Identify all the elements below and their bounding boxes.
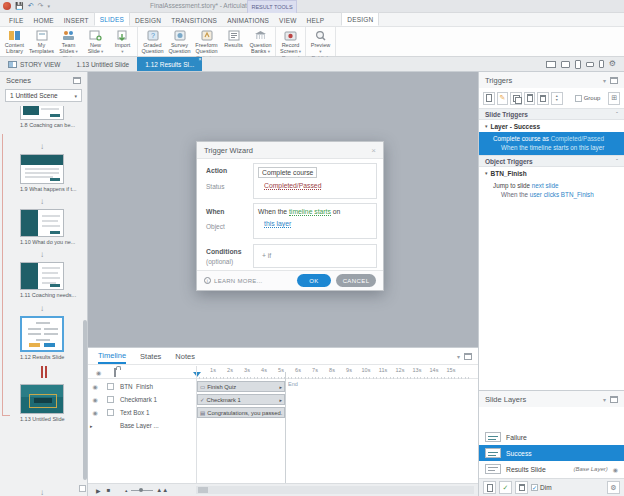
ribbon-tab-result-tools-design[interactable]: DESIGN [341, 12, 379, 26]
user-clicks-link[interactable]: user clicks [530, 191, 559, 198]
paste-trigger-button[interactable] [524, 92, 536, 105]
ribbon-tab-transitions[interactable]: TRANSITIONS [166, 14, 222, 26]
status-value-link[interactable]: Completed/Passed [264, 182, 321, 190]
timeline-object-bar[interactable]: ▭ Finish Quiz ▸ [197, 381, 285, 392]
close-tab-icon[interactable]: × [198, 57, 201, 62]
learn-more-link[interactable]: i LEARN MORE... [204, 277, 263, 284]
copy-trigger-button[interactable] [510, 92, 522, 105]
dialog-close-icon[interactable]: × [371, 146, 376, 155]
record-screen-button[interactable]: RecordScreen ▾ [277, 28, 304, 54]
timeline-zoom-control[interactable]: ▲ ▲▲ [124, 487, 168, 493]
layer-visibility-eye-icon[interactable]: ◉ [613, 466, 618, 473]
btn-finish-group-row[interactable]: ▾ BTN_Finish [479, 167, 624, 179]
desktop-preview-icon[interactable] [546, 61, 556, 68]
scene-selector-dropdown[interactable]: 1 Untitled Scene ▾ [5, 89, 82, 102]
timeline-row-text-box[interactable]: ◉ Text Box 1 ▤ Congratulations, you pass… [88, 406, 478, 419]
row-lock-checkbox[interactable] [107, 409, 114, 416]
trigger-jump-to-slide[interactable]: Jump to slide next slide When the user c… [479, 182, 624, 198]
layer-row-failure[interactable]: Failure [479, 429, 624, 445]
when-event-link[interactable]: timeline starts [289, 208, 331, 216]
freeform-question-button[interactable]: FreeformQuestion [193, 28, 220, 54]
import-button[interactable]: Import▾ [109, 28, 136, 54]
timeline-row-checkmark[interactable]: ◉ Checkmark 1 ✓ Checkmark 1 ▸ [88, 393, 478, 406]
tab-states[interactable]: States [140, 349, 161, 363]
tab-slide-1-12[interactable]: 1.12 Results Sl... × [137, 57, 202, 71]
quick-access-dropdown-icon[interactable]: ▾ [47, 2, 50, 10]
tab-slide-1-13[interactable]: 1.13 Untitled Slide [68, 57, 137, 71]
scrollbar-thumb[interactable] [198, 487, 208, 493]
redo-icon[interactable]: ↷ [38, 2, 44, 10]
preview-button[interactable]: Preview▾ [307, 28, 334, 54]
layer-settings-gear-icon[interactable]: ⚙ [607, 481, 620, 494]
ribbon-tab-file[interactable]: FILE [4, 14, 29, 26]
scenes-scrollbar[interactable] [83, 320, 87, 480]
tab-notes[interactable]: Notes [175, 349, 195, 363]
survey-question-button[interactable]: SurveyQuestion [166, 28, 193, 54]
group-checkbox[interactable] [575, 95, 582, 102]
layer-row-results-slide[interactable]: Results Slide (Base Layer) ◉ [479, 461, 624, 477]
chevron-down-icon[interactable]: ▾ [603, 396, 606, 403]
ribbon-tab-view[interactable]: VIEW [274, 14, 301, 26]
timeline-row-btn-finish[interactable]: ◉ BTN_Finish ▭ Finish Quiz ▸ [88, 380, 478, 393]
timeline-horizontal-scrollbar[interactable] [196, 486, 474, 494]
tablet-portrait-preview-icon[interactable] [575, 60, 581, 69]
row-lock-checkbox[interactable] [107, 383, 114, 390]
graded-question-button[interactable]: ? GradedQuestion [139, 28, 166, 54]
action-value-dropdown[interactable]: Complete course [258, 167, 317, 178]
slide-thumbnail-1-8[interactable]: 1.8 Coaching can be... [20, 106, 64, 128]
panel-collapse-icon[interactable] [610, 396, 618, 403]
tablet-landscape-preview-icon[interactable] [561, 61, 570, 68]
timeline-object-bar[interactable]: ✓ Checkmark 1 ▸ [197, 394, 285, 405]
timeline-object-bar[interactable]: ▤ Congratulations, you passed. ▸ [197, 407, 285, 418]
ribbon-tab-insert[interactable]: INSERT [59, 14, 94, 26]
chevron-down-icon[interactable]: ▾ [457, 353, 460, 360]
new-trigger-button[interactable] [483, 92, 495, 105]
undo-icon[interactable]: ↶ [28, 2, 34, 10]
row-eye-icon[interactable]: ◉ [88, 396, 102, 403]
cancel-button[interactable]: CANCEL [336, 274, 376, 287]
zoom-in-icon[interactable]: ▲▲ [156, 487, 168, 493]
duplicate-layer-button[interactable]: ✓ [499, 481, 512, 494]
bar-resize-handle-icon[interactable]: ▸ [279, 397, 282, 403]
bar-resize-handle-icon[interactable]: ▸ [279, 384, 282, 390]
bar-resize-handle-icon[interactable]: ▸ [284, 410, 285, 416]
panel-collapse-icon[interactable] [610, 77, 618, 84]
object-triggers-section-header[interactable]: Object Triggers ˆ [479, 155, 624, 167]
ribbon-tab-home[interactable]: HOME [29, 14, 59, 26]
slide-triggers-section-header[interactable]: Slide Triggers ˆ [479, 108, 624, 120]
slide-thumbnail-1-10[interactable]: 1.10 What do you ne... [20, 209, 64, 245]
trigger-wizard-view-button[interactable]: ⊞ [608, 92, 620, 105]
tab-timeline[interactable]: Timeline [98, 348, 126, 364]
row-lock-checkbox[interactable] [107, 396, 114, 403]
tab-story-view[interactable]: STORY VIEW [0, 57, 68, 71]
scenes-scroll-corner[interactable] [79, 485, 86, 492]
panel-collapse-icon[interactable] [464, 353, 472, 360]
play-icon[interactable]: ▶ [96, 487, 101, 494]
add-condition-link[interactable]: + if [262, 252, 271, 259]
dim-toggle[interactable]: ✓ Dim [531, 484, 552, 491]
new-layer-button[interactable] [483, 481, 496, 494]
slide-thumbnail-1-11[interactable]: 1.11 Coaching needs... [20, 262, 64, 298]
slide-thumbnail-1-12-selected[interactable]: 1.12 Results Slide [20, 316, 64, 360]
stop-icon[interactable]: ■ [107, 487, 111, 493]
panel-collapse-icon[interactable] [73, 77, 81, 84]
dim-checkbox[interactable]: ✓ [531, 484, 538, 491]
layer-row-success-selected[interactable]: Success [479, 445, 624, 461]
save-icon[interactable]: 💾 [15, 2, 24, 10]
reorder-trigger-button[interactable]: ▴▾ [551, 92, 563, 105]
new-slide-button[interactable]: NewSlide ▾ [82, 28, 109, 54]
slide-thumbnail-1-13[interactable]: 1.13 Untitled Slide [20, 384, 64, 422]
edit-trigger-button[interactable]: ✎ [497, 92, 509, 105]
row-eye-icon[interactable]: ◉ [88, 409, 102, 416]
chevron-down-icon[interactable]: ▾ [603, 77, 606, 84]
zoom-out-icon[interactable]: ▲ [124, 488, 128, 493]
team-slides-button[interactable]: TeamSlides ▾ [55, 28, 82, 54]
selected-trigger-complete-course[interactable]: Complete course as Completed/Passed When… [479, 132, 624, 155]
row-eye-icon[interactable]: ◉ [88, 383, 102, 390]
zoom-slider-handle[interactable] [139, 488, 143, 492]
group-toggle[interactable]: Group [575, 95, 601, 102]
next-slide-link[interactable]: next slide [532, 182, 559, 189]
ok-button[interactable]: OK [297, 274, 331, 287]
delete-trigger-button[interactable] [537, 92, 549, 105]
phone-landscape-preview-icon[interactable] [586, 62, 594, 67]
